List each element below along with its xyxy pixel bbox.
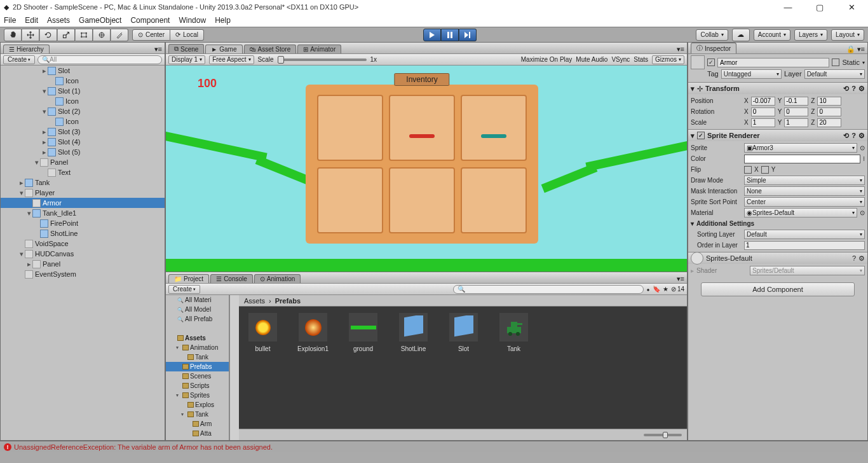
object-picker-icon[interactable]: ⊙: [860, 144, 865, 151]
rot-z-input[interactable]: [817, 107, 841, 116]
hierarchy-search-input[interactable]: 🔍All: [37, 55, 162, 64]
hierarchy-row[interactable]: FirePoint: [1, 218, 165, 228]
hierarchy-row[interactable]: EventSystem: [1, 269, 165, 279]
hierarchy-row[interactable]: Text: [1, 167, 165, 177]
foldout-icon[interactable]: ▾: [691, 132, 695, 140]
project-create-button[interactable]: Create ▾: [168, 285, 200, 294]
object-name-input[interactable]: [717, 58, 829, 67]
static-checkbox[interactable]: [832, 59, 839, 66]
tag-dropdown[interactable]: Untagged: [721, 69, 782, 79]
animation-tab[interactable]: ⊙Animation: [254, 274, 301, 283]
rotate-tool-button[interactable]: [39, 29, 57, 41]
hierarchy-row[interactable]: ▾Slot (1): [1, 86, 165, 96]
foldout-icon[interactable]: ▸: [691, 267, 694, 274]
play-button[interactable]: [423, 29, 441, 41]
pos-y-input[interactable]: [784, 97, 808, 106]
project-tree-row[interactable]: All Materi: [166, 295, 229, 305]
menu-gameobject[interactable]: GameObject: [79, 16, 121, 25]
add-component-button[interactable]: Add Component: [701, 282, 855, 296]
hierarchy-list[interactable]: ▸SlotIcon▾Slot (1)Icon▾Slot (2)Icon▸Slot…: [1, 66, 165, 440]
project-tree-row[interactable]: Scripts: [166, 381, 229, 390]
object-picker-icon[interactable]: ⊙: [860, 209, 865, 216]
flip-y-checkbox[interactable]: [761, 166, 769, 174]
menu-file[interactable]: File: [4, 16, 16, 25]
component-enabled-checkbox[interactable]: ✓: [697, 132, 705, 139]
thumb-size-slider[interactable]: [644, 434, 682, 436]
sorting-layer-dropdown[interactable]: Default: [744, 230, 865, 239]
move-tool-button[interactable]: [22, 29, 39, 41]
gear-icon[interactable]: ⚙: [858, 254, 865, 263]
project-tree-row[interactable]: All Model: [166, 305, 229, 314]
project-tree-row[interactable]: Arm: [166, 419, 229, 429]
filter-icon[interactable]: 🔖: [653, 286, 660, 293]
hierarchy-row[interactable]: Icon: [1, 116, 165, 127]
transform-tool-button[interactable]: [93, 29, 111, 41]
order-in-layer-input[interactable]: [744, 241, 865, 250]
mute-audio-toggle[interactable]: Mute Audio: [576, 56, 607, 63]
eyedropper-icon[interactable]: ⁞: [863, 155, 865, 162]
project-tree-row[interactable]: ▾Sprites: [166, 390, 229, 400]
pause-button[interactable]: [441, 29, 459, 41]
hierarchy-row[interactable]: ▸Slot (3): [1, 127, 165, 137]
project-tree-row[interactable]: [166, 324, 229, 333]
hierarchy-row[interactable]: ▾Panel: [1, 157, 165, 167]
filter-icon[interactable]: ⬥: [646, 286, 650, 293]
inventory-slot[interactable]: [317, 167, 383, 233]
hierarchy-row[interactable]: ▾HUDCanvas: [1, 249, 165, 259]
gear-icon[interactable]: ⚙: [858, 85, 865, 93]
scale-z-input[interactable]: [817, 118, 841, 127]
material-field[interactable]: ◉ Sprites-Default: [744, 208, 857, 218]
inventory-slot[interactable]: [317, 95, 383, 161]
project-tree-row[interactable]: Atta: [166, 429, 229, 438]
game-tab[interactable]: ►Game: [205, 45, 242, 53]
hidden-icon[interactable]: ⊘14: [671, 286, 684, 293]
project-tree[interactable]: All MateriAll ModelAll PrefabAssets▾Anim…: [166, 295, 229, 440]
help-icon[interactable]: ?: [852, 254, 856, 262]
panel-menu-icon[interactable]: ▾≡: [152, 45, 165, 53]
hierarchy-row[interactable]: ▸Tank: [1, 177, 165, 188]
scale-tool-button[interactable]: [57, 29, 75, 41]
project-tree-row[interactable]: Explos: [166, 400, 229, 410]
project-tree-row[interactable]: ▾Tank: [166, 410, 229, 419]
status-bar[interactable]: ! UnassignedReferenceException: The vari…: [0, 441, 868, 452]
asset-item[interactable]: Tank: [496, 313, 531, 422]
scale-slider[interactable]: [278, 59, 367, 61]
asset-item[interactable]: Explosion1: [295, 313, 330, 422]
aspect-dropdown[interactable]: Free Aspect: [209, 55, 254, 64]
active-checkbox[interactable]: ✓: [707, 59, 715, 66]
layers-dropdown[interactable]: Layers: [794, 29, 827, 41]
help-icon[interactable]: ?: [851, 132, 856, 139]
hierarchy-create-button[interactable]: Create ▾: [3, 55, 35, 64]
hierarchy-row[interactable]: ShotLine: [1, 228, 165, 238]
menu-window[interactable]: Window: [179, 16, 206, 25]
project-search-input[interactable]: 🔍: [453, 285, 644, 294]
project-tree-row[interactable]: Scenes: [166, 371, 229, 381]
asset-item[interactable]: ground: [346, 313, 381, 422]
scene-tab[interactable]: ⧉Scene: [168, 44, 204, 53]
hierarchy-row[interactable]: ▸Slot (4): [1, 137, 165, 147]
inspector-tab[interactable]: ⓘInspector: [691, 43, 736, 53]
project-tree-row[interactable]: Tank: [166, 352, 229, 362]
layout-dropdown[interactable]: Layout: [831, 29, 864, 41]
asset-store-tab[interactable]: 🛍Asset Store: [244, 45, 297, 53]
hierarchy-row[interactable]: ▾Slot (2): [1, 106, 165, 116]
project-tree-row[interactable]: All Prefab: [166, 314, 229, 324]
sortpoint-dropdown[interactable]: Center: [744, 197, 865, 207]
project-tree-row[interactable]: Prefabs: [166, 362, 229, 371]
maximize-button[interactable]: ▢: [807, 0, 832, 14]
hierarchy-row[interactable]: ▾Tank_Idle1: [1, 208, 165, 218]
asset-item[interactable]: Slot: [446, 313, 481, 422]
crumb-current[interactable]: Prefabs: [275, 297, 301, 305]
hierarchy-row[interactable]: ▸Slot (5): [1, 147, 165, 157]
menu-help[interactable]: Help: [215, 16, 231, 25]
project-tree-row[interactable]: ▾Animation: [166, 343, 229, 352]
hand-tool-button[interactable]: [4, 29, 22, 41]
rot-x-input[interactable]: [751, 107, 775, 116]
asset-grid[interactable]: bulletExplosion1groundShotLineSlotTank: [239, 307, 687, 429]
gizmos-dropdown[interactable]: Gizmos: [652, 55, 684, 64]
sprite-field[interactable]: ▣ Armor3: [744, 143, 857, 153]
stats-toggle[interactable]: Stats: [634, 56, 648, 63]
hierarchy-row[interactable]: Icon: [1, 96, 165, 106]
cloud-button[interactable]: ☁: [732, 29, 750, 41]
inventory-slot[interactable]: [461, 95, 527, 161]
